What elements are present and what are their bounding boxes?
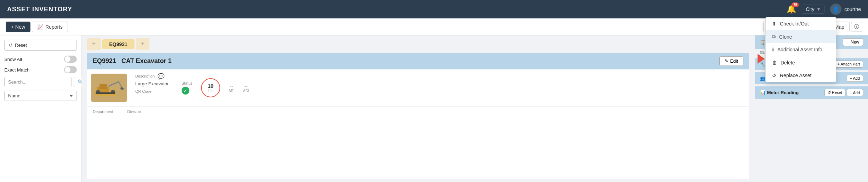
ari-value: --: [229, 83, 235, 89]
content-area: + EQ9921 + EQ9921 CAT Excavator 1 ✎ Edit: [81, 35, 755, 182]
show-all-toggle[interactable]: [64, 56, 77, 63]
search-input[interactable]: [4, 77, 72, 87]
edit-label: Edit: [730, 58, 738, 64]
meter-buttons: ↺ Reset + Add: [824, 89, 863, 96]
nav-right: 🔔 75 City ▼ 👤 courtne: [787, 4, 861, 15]
asset-image: [91, 74, 127, 102]
sidebar: ↺ Reset Show All Exact Match 🔍 Name ID T…: [0, 35, 81, 182]
status-check-icon: ✓: [182, 87, 189, 95]
tab-bar: + EQ9921 +: [81, 35, 755, 50]
ari-metric: -- ARI: [229, 83, 235, 93]
add-meter-button[interactable]: + Add: [847, 89, 863, 96]
qr-area: QR Code: [135, 89, 169, 93]
aci-value: --: [243, 83, 249, 89]
tab-eq9921[interactable]: EQ9921: [102, 39, 135, 49]
asset-description-section: Description 💬 Large Excavator QR Code: [131, 69, 173, 97]
div-label: Division: [127, 109, 141, 114]
svg-rect-2: [99, 84, 107, 89]
edit-button[interactable]: ✎ Edit: [719, 56, 743, 66]
aci-metric: -- ACI: [243, 83, 249, 93]
svg-marker-8: [120, 87, 124, 90]
additional-asset-info-label: Additional Asset Info: [777, 47, 822, 52]
new-button-label: + New: [11, 24, 25, 30]
top-nav: ASSET INVENTORY 🔔 75 City ▼ 👤 courtne: [0, 0, 868, 18]
asset-bottom: Department Division: [87, 106, 749, 116]
toolbar-left: + New 📈 Reports: [6, 22, 68, 32]
main-layout: ↺ Reset Show All Exact Match 🔍 Name ID T…: [0, 35, 868, 182]
show-all-row: Show All: [4, 56, 77, 63]
metrics-area: Status ✓ 10 Life -- ARI --: [173, 69, 258, 106]
status-section: Status ✓: [182, 81, 193, 95]
child-asset-new-button[interactable]: + New: [843, 38, 863, 46]
info-icon: ℹ: [772, 47, 774, 52]
plus-right-icon: +: [141, 40, 145, 47]
add-vendor-button[interactable]: + Add: [847, 75, 863, 82]
asset-id: EQ9921: [93, 57, 116, 64]
toolbar: + New 📈 Reports 🖨 Print Action ▾ 🗺 Map ⓘ: [0, 18, 868, 35]
plus-icon: +: [847, 40, 849, 45]
life-label: Life: [208, 89, 213, 93]
check-in-out-label: Check In/Out: [780, 21, 809, 27]
new-button[interactable]: + New: [6, 22, 30, 32]
status-label: Status: [182, 81, 193, 85]
asset-detail: EQ9921 CAT Excavator 1 ✎ Edit: [87, 53, 749, 179]
tab-add-left-button[interactable]: +: [87, 38, 101, 50]
filter-select[interactable]: Name ID Type: [4, 91, 77, 101]
replace-label: Replace Asset: [780, 73, 812, 78]
dropdown-clone[interactable]: ⧉ Clone: [766, 30, 836, 43]
chat-icon: 💬: [158, 73, 165, 80]
user-info: 👤 courtne: [830, 4, 861, 15]
exact-match-label: Exact Match: [4, 67, 30, 73]
action-dropdown-menu: ⬆ Check In/Out ⧉ Clone ℹ Additional Asse…: [765, 17, 836, 82]
meter-label: Meter Reading: [767, 90, 799, 95]
meter-section: 📊 Meter Reading ↺ Reset + Add: [755, 86, 868, 99]
tab-add-right-button[interactable]: +: [136, 38, 150, 50]
nav-left: ASSET INVENTORY: [7, 6, 72, 13]
info-button[interactable]: ⓘ: [851, 22, 862, 32]
clone-label: Clone: [779, 34, 792, 40]
notification-bell[interactable]: 🔔 75: [787, 5, 796, 14]
edit-icon: ✎: [725, 58, 729, 64]
desc-label: Description: [135, 74, 155, 78]
ari-label: ARI: [229, 89, 235, 93]
app-title: ASSET INVENTORY: [7, 6, 72, 13]
dropdown-additional-asset-info[interactable]: ℹ Additional Asset Info: [766, 43, 836, 56]
attach-parts-button[interactable]: + Attach Part: [834, 61, 863, 68]
reports-label: Reports: [45, 24, 63, 30]
exact-match-row: Exact Match: [4, 66, 77, 73]
dropdown-delete[interactable]: 🗑 Delete: [766, 56, 836, 69]
asset-image-info: Description 💬 Large Excavator QR Code: [87, 69, 173, 106]
svg-rect-5: [96, 92, 115, 94]
dropdown-replace-asset[interactable]: ↺ Replace Asset: [766, 69, 836, 82]
meter-header: 📊 Meter Reading ↺ Reset + Add: [755, 86, 868, 99]
reset-label: Reset: [15, 42, 27, 48]
desc-value: Large Excavator: [135, 81, 169, 86]
reset-meter-label: Reset: [832, 90, 842, 95]
tab-label: EQ9921: [109, 41, 127, 47]
new-label: New: [851, 40, 859, 45]
dept-label: Department: [93, 109, 113, 114]
reset-button[interactable]: ↺ Reset: [4, 40, 77, 51]
check-in-out-icon: ⬆: [772, 21, 776, 27]
clone-icon: ⧉: [772, 34, 776, 40]
city-label: City: [806, 6, 814, 12]
city-selector[interactable]: City ▼: [802, 5, 824, 14]
chevron-down-icon: ▼: [816, 7, 821, 12]
asset-body: Description 💬 Large Excavator QR Code St…: [87, 69, 749, 106]
delete-icon: 🗑: [772, 60, 777, 66]
delete-label: Delete: [781, 60, 795, 66]
reset-meter-button[interactable]: ↺ Reset: [824, 89, 845, 96]
asset-header: EQ9921 CAT Excavator 1 ✎ Edit: [87, 53, 749, 69]
life-circle: 10 Life: [201, 78, 220, 97]
exact-match-toggle[interactable]: [64, 66, 77, 73]
asset-id-name: EQ9921 CAT Excavator 1: [93, 57, 172, 65]
life-value: 10: [208, 83, 214, 89]
aci-label: ACI: [243, 89, 249, 93]
user-avatar-icon: 👤: [830, 4, 841, 15]
notification-count: 75: [792, 2, 799, 7]
vendor-icon: 👥: [760, 76, 766, 81]
replace-icon: ↺: [772, 73, 776, 78]
dropdown-check-in-out[interactable]: ⬆ Check In/Out: [766, 17, 836, 30]
reports-button[interactable]: 📈 Reports: [32, 22, 68, 32]
meter-icon: 📊: [760, 90, 766, 95]
